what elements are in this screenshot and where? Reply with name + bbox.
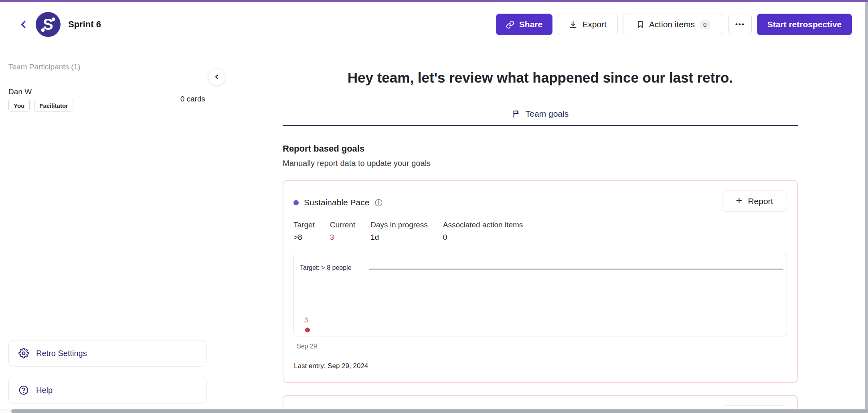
goals-tabbar: Team goals: [283, 109, 798, 126]
participant-row: Dan W You Facilitator 0 cards: [8, 87, 205, 111]
participant-name: Dan W: [8, 87, 73, 96]
top-header: S Sprint 6 Share Export Action items 0: [0, 2, 868, 47]
plus-icon: +: [736, 195, 743, 206]
main-content: Hey team, let's review what happened sin…: [216, 47, 865, 413]
sidebar-footer: Retro Settings Help: [0, 327, 215, 403]
stat-value: 1d: [370, 233, 428, 242]
chart-x-axis-label: Sep 29: [297, 343, 787, 350]
report-label: Report: [748, 196, 773, 206]
stat-value: 0: [443, 233, 523, 242]
participants-header: Team Participants (1): [8, 63, 215, 71]
action-items-label: Action items: [649, 20, 695, 29]
retro-title: Sprint 6: [68, 19, 101, 30]
vertical-scrollbar-thumb[interactable]: [865, 2, 868, 413]
info-icon[interactable]: [374, 198, 383, 207]
report-button[interactable]: + Report: [722, 190, 787, 212]
goal-stats-row: Target >8 Current 3 Days in progress 1d …: [293, 221, 787, 242]
retro-heading: Hey team, let's review what happened sin…: [283, 70, 798, 86]
share-label: Share: [519, 20, 542, 29]
vertical-scrollbar[interactable]: [865, 2, 868, 413]
goal-chart: Target: > 8 people 3: [293, 254, 787, 336]
cards-count: 0 cards: [180, 95, 205, 103]
window-accent-bar: [0, 0, 868, 2]
chart-target-line: [369, 269, 783, 269]
goal-card-sustainable-pace: Sustainable Pace + Report Target >8 Curr…: [283, 180, 798, 383]
download-icon: [569, 20, 577, 29]
link-icon: [506, 20, 514, 29]
action-items-button[interactable]: Action items 0: [623, 14, 723, 35]
tab-team-goals-label: Team goals: [526, 109, 569, 119]
app-logo: S: [35, 12, 61, 37]
stat-current: Current 3: [330, 221, 355, 242]
chart-point-dot[interactable]: [305, 328, 310, 332]
retro-settings-button[interactable]: Retro Settings: [8, 340, 206, 366]
participants-sidebar: Team Participants (1) Dan W You Facilita…: [0, 47, 215, 413]
chevron-left-icon: [214, 74, 220, 80]
stat-label: Associated action items: [443, 221, 523, 229]
tab-team-goals[interactable]: Team goals: [512, 109, 569, 119]
stat-associated-action-items: Associated action items 0: [443, 221, 523, 242]
stat-value: >8: [293, 233, 315, 242]
horizontal-scrollbar-thumb[interactable]: [11, 409, 868, 413]
action-items-count-badge: 0: [700, 20, 710, 29]
start-retrospective-button[interactable]: Start retrospective: [757, 14, 852, 35]
export-button[interactable]: Export: [558, 14, 618, 35]
back-button[interactable]: [18, 18, 30, 30]
question-circle-icon: [18, 385, 29, 395]
retro-settings-label: Retro Settings: [36, 349, 87, 358]
goal-color-dot: [293, 200, 299, 205]
stat-value: 3: [330, 233, 355, 242]
stat-days-in-progress: Days in progress 1d: [370, 221, 428, 242]
chevron-left-icon: [18, 19, 29, 30]
stat-label: Days in progress: [370, 221, 428, 229]
goal-title: Sustainable Pace: [304, 198, 369, 207]
more-options-button[interactable]: •••: [728, 14, 752, 35]
sidebar-collapse-button[interactable]: [208, 69, 225, 85]
you-badge: You: [8, 100, 30, 111]
stat-label: Target: [293, 221, 315, 229]
help-button[interactable]: Help: [8, 377, 206, 403]
flag-icon: [512, 109, 521, 118]
ellipsis-icon: •••: [735, 20, 745, 28]
chart-point-label: 3: [304, 317, 308, 324]
last-entry-text: Last entry: Sep 29, 2024: [294, 362, 787, 370]
section-subtitle: Manually report data to update your goal…: [283, 159, 798, 168]
help-label: Help: [36, 386, 53, 395]
facilitator-badge: Facilitator: [34, 100, 73, 111]
chart-target-label: Target: > 8 people: [300, 264, 352, 271]
section-title: Report based goals: [283, 144, 798, 154]
stat-target: Target >8: [293, 221, 315, 242]
share-button[interactable]: Share: [496, 14, 552, 35]
export-label: Export: [582, 20, 607, 29]
horizontal-scrollbar[interactable]: [0, 409, 868, 413]
bookmark-icon: [636, 20, 644, 29]
gear-icon: [18, 348, 29, 358]
stat-label: Current: [330, 221, 355, 229]
